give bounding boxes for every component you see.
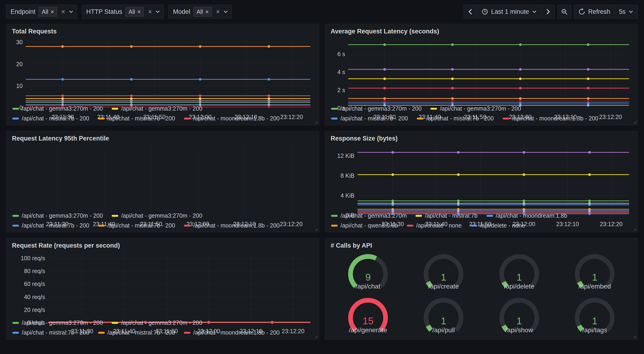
legend-swatch-icon <box>12 118 19 120</box>
legend-item[interactable]: /api/chat - gemma3:270m <box>331 212 406 219</box>
time-shift-back-button[interactable] <box>464 5 477 19</box>
remove-filter-value-icon[interactable]: × <box>138 9 141 15</box>
panel-request-rate: Request Rate (requests per second) 0 req… <box>6 238 319 339</box>
data-point <box>383 68 386 71</box>
gauge-apipull: 1/api/pull <box>421 297 466 334</box>
request-rate-chart[interactable]: 0 req/s20 req/s40 req/s60 req/s80 req/s1… <box>12 250 314 316</box>
panel-title[interactable]: # Calls by API <box>330 241 632 250</box>
panel-title[interactable]: Request Rate (requests per second) <box>12 241 314 250</box>
gauge-label: /api/delete <box>504 283 534 290</box>
legend-label: /api/chat - gemma3:270m - 200 <box>121 212 202 219</box>
legend-swatch-icon <box>331 215 338 217</box>
data-point <box>519 97 522 100</box>
filter-bar: Endpoint All × × HTTP Status All × × Mod… <box>6 5 232 19</box>
legend-item[interactable]: /api/delete - none <box>470 222 525 229</box>
legend-item[interactable]: /api/chat - gemma3:270m - 200 <box>112 319 202 326</box>
legend-swatch-icon <box>12 225 19 227</box>
filter-value-pill[interactable]: All × <box>126 7 144 17</box>
gauge-apichat: 9/api/chat <box>346 254 390 290</box>
legend-swatch-icon <box>12 332 19 334</box>
legend-label: /api/chat - gemma3:270m - 200 <box>22 212 103 219</box>
chart-legend: /api/chat - gemma3:270m - 200/api/chat -… <box>12 102 314 123</box>
svg-text:12 KiB: 12 KiB <box>337 152 354 159</box>
filter-http-status[interactable]: HTTP Status All × × <box>82 5 164 19</box>
panel-resize-handle[interactable] <box>633 334 636 338</box>
zoom-out-time-button[interactable] <box>558 5 571 19</box>
legend-item[interactable]: /api/chat - moondream:1.8b - 200 <box>184 329 280 336</box>
data-point <box>457 199 460 202</box>
data-point <box>588 173 591 176</box>
data-point <box>587 77 590 80</box>
panel-title[interactable]: Total Requests <box>12 27 314 36</box>
legend-item[interactable]: /api/chat - gemma3:270m - 200 <box>430 105 521 112</box>
time-shift-forward-button[interactable] <box>541 5 555 19</box>
gauge-apishow: 1/api/show <box>497 297 542 334</box>
clear-filter-icon[interactable]: × <box>148 8 152 16</box>
legend-swatch-icon <box>430 108 437 110</box>
legend-item[interactable]: /api/chat - qwen3:0.6b <box>331 222 398 229</box>
data-point <box>523 202 525 205</box>
legend-item[interactable]: /api/chat - moondream:1.8b <box>486 212 567 219</box>
legend-item[interactable]: /api/chat - mistral:7b - 200 <box>98 115 175 122</box>
panel-resize-handle[interactable] <box>314 227 318 231</box>
clear-filter-icon[interactable]: × <box>61 8 65 16</box>
filter-value-pill[interactable]: All × <box>194 7 212 17</box>
latency-p95-chart[interactable]: 23:11:3023:11:4023:11:5023:12:0023:12:10… <box>12 143 314 209</box>
legend-swatch-icon <box>184 225 190 227</box>
legend-item[interactable]: /api/chat - mistral:7b - 200 <box>98 329 175 336</box>
legend-row: /api/chat - mistral:7b - 200/api/chat - … <box>12 222 313 229</box>
panel-resize-handle[interactable] <box>633 120 636 124</box>
refresh-label: Refresh <box>588 8 610 16</box>
legend-item[interactable]: /api/chat - mistral:7b - 200 <box>417 115 494 122</box>
legend-item[interactable]: /api/chat - moondream:1.8b - 200 <box>503 115 598 122</box>
legend-item[interactable]: /api/chat - gemma3:270m - 200 <box>12 105 103 112</box>
chevron-down-icon[interactable] <box>155 9 160 14</box>
data-point <box>457 202 460 205</box>
legend-item[interactable]: /api/chat - gemma3:270m - 200 <box>112 212 202 219</box>
data-point <box>451 87 454 90</box>
data-point <box>523 199 525 202</box>
panel-title[interactable]: Response Size (bytes) <box>330 134 632 143</box>
legend-swatch-icon <box>331 118 338 120</box>
filter-value-pill[interactable]: All × <box>39 7 57 17</box>
remove-filter-value-icon[interactable]: × <box>50 9 54 15</box>
legend-item[interactable]: /api/chat - gemma3:270m - 200 <box>112 105 202 112</box>
legend-item[interactable]: /api/chat - mistral:7b <box>416 212 478 219</box>
legend-swatch-icon <box>184 332 190 334</box>
chevron-down-icon <box>628 9 634 14</box>
response-size-chart[interactable]: 0 B4 KiB8 KiB12 KiB23:11:3023:11:4023:11… <box>330 143 632 209</box>
legend-item[interactable]: /api/chat - mistral:7b - 200 <box>12 115 89 122</box>
time-range-picker-button[interactable]: Last 1 minute <box>477 5 542 19</box>
refresh-button[interactable]: Refresh <box>574 5 615 19</box>
legend-item[interactable]: /api/create - none <box>407 222 462 229</box>
filter-model[interactable]: Model All × × <box>168 5 232 19</box>
legend-swatch-icon <box>112 108 118 110</box>
refresh-interval-button[interactable]: 5s <box>614 5 638 19</box>
legend-item[interactable]: /api/chat - mistral:7b - 200 <box>12 329 89 336</box>
legend-item[interactable]: /api/chat - gemma3:270m - 200 <box>12 319 103 326</box>
clock-icon <box>481 8 488 15</box>
panel-resize-handle[interactable] <box>314 334 318 338</box>
panel-resize-handle[interactable] <box>633 227 636 231</box>
legend-item[interactable]: /api/chat - mistral:7b - 200 <box>331 115 408 122</box>
panel-title[interactable]: Average Request Latency (seconds) <box>330 27 632 36</box>
average-latency-chart[interactable]: 0 s2 s4 s6 s23:11:3023:11:4023:11:5023:1… <box>330 36 632 102</box>
legend-item[interactable]: /api/chat - mistral:7b - 200 <box>12 222 89 229</box>
chevron-down-icon[interactable] <box>223 9 228 14</box>
chevron-down-icon[interactable] <box>68 9 74 14</box>
panel-title[interactable]: Request Latency 95th Percentile <box>12 134 314 143</box>
total-requests-chart[interactable]: 010203023:11:3023:11:4023:11:5023:12:002… <box>12 36 314 102</box>
remove-filter-value-icon[interactable]: × <box>206 9 209 15</box>
legend-row: /api/chat - gemma3:270m - 200/api/chat -… <box>12 319 313 326</box>
legend-row: /api/chat - gemma3:270m - 200/api/chat -… <box>12 105 313 112</box>
legend-item[interactable]: /api/chat - gemma3:270m - 200 <box>12 212 103 219</box>
legend-item[interactable]: /api/chat - moondream:1.8b - 200 <box>184 115 280 122</box>
clear-filter-icon[interactable]: × <box>216 8 220 16</box>
legend-item[interactable]: /api/chat - mistral:7b - 200 <box>98 222 175 229</box>
data-point <box>451 97 454 100</box>
filter-endpoint[interactable]: Endpoint All × × <box>6 5 77 19</box>
legend-label: /api/chat - moondream:1.8b - 200 <box>193 329 280 336</box>
legend-item[interactable]: /api/chat - moondream:1.8b - 200 <box>184 222 280 229</box>
legend-item[interactable]: /api/chat - gemma3:270m - 200 <box>331 105 422 112</box>
panel-resize-handle[interactable] <box>314 120 318 124</box>
